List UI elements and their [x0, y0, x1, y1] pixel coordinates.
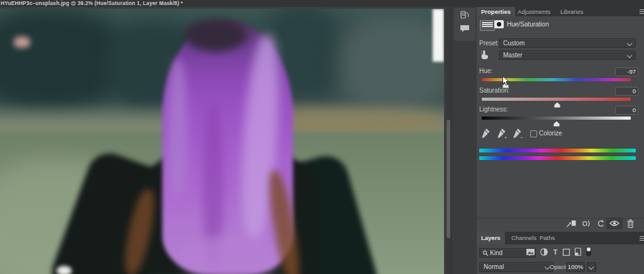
preset-label: Preset:	[479, 40, 499, 47]
canvas-image[interactable]	[0, 9, 444, 274]
delete-adjustment-trash-icon[interactable]	[626, 219, 637, 228]
clip-to-layer-icon[interactable]	[566, 219, 577, 228]
preset-value: Custom	[503, 40, 525, 47]
collapsed-panel-dock	[451, 7, 477, 274]
photo-house-blob	[14, 37, 30, 48]
properties-tab-bar: Properties Adjustments Libraries	[477, 7, 644, 16]
saturation-slider-handle[interactable]	[554, 99, 560, 105]
filter-pixel-layers-icon[interactable]	[526, 248, 536, 257]
channel-value: Master	[503, 52, 523, 59]
hue-spectrum-original	[479, 149, 636, 152]
filter-toggle-switch[interactable]	[586, 248, 591, 256]
filter-smart-objects-icon[interactable]	[574, 248, 584, 257]
panel-menu-icon[interactable]	[640, 236, 644, 241]
photo-hand-blob	[57, 266, 72, 274]
chevron-down-icon	[545, 265, 550, 270]
tab-layers[interactable]: Layers	[477, 232, 505, 244]
reset-adjustment-icon[interactable]	[596, 219, 607, 228]
blend-mode-value: Normal	[484, 263, 504, 270]
chevron-down-icon	[589, 265, 594, 270]
photoshop-window: HYuEHHP3c–unsplash.jpg @ 39.2% (Hue/Satu…	[0, 0, 644, 274]
saturation-label: Saturation:	[479, 87, 509, 94]
opacity-dropdown-button[interactable]	[587, 262, 596, 272]
targeted-adjustment-tool-icon[interactable]	[480, 50, 489, 60]
panel-menu-icon[interactable]	[640, 9, 644, 14]
photo-hair-tips	[180, 236, 280, 274]
saturation-slider[interactable]	[482, 98, 631, 101]
right-panel: Properties Adjustments Libraries Hue/Sat…	[477, 7, 644, 274]
tab-libraries[interactable]: Libraries	[556, 7, 587, 16]
filter-shape-layers-icon[interactable]	[562, 248, 572, 257]
tab-properties[interactable]: Properties	[477, 7, 515, 16]
lightness-label: Lightness:	[479, 106, 508, 113]
history-icon[interactable]	[460, 10, 470, 20]
document-title: HYuEHHP3c–unsplash.jpg @ 39.2% (Hue/Satu…	[1, 0, 183, 7]
channel-dropdown[interactable]: Master	[499, 50, 636, 60]
preset-dropdown[interactable]: Custom	[499, 38, 636, 48]
tab-paths[interactable]: Paths	[535, 232, 559, 244]
hue-label: Hue:	[479, 67, 492, 74]
blend-mode-dropdown[interactable]: Normal	[479, 262, 553, 272]
dock-card	[454, 8, 475, 41]
photo-hair-light-streak	[169, 59, 187, 198]
canvas-scrollbar-thumb[interactable]	[447, 120, 450, 238]
layers-tab-bar: Layers Channels Paths	[477, 232, 644, 244]
mouse-cursor	[502, 76, 509, 86]
filter-type-layers-icon[interactable]: T	[552, 248, 559, 257]
chevron-down-icon	[627, 53, 632, 58]
eyedropper-icon[interactable]	[480, 128, 491, 139]
hue-value-field[interactable]: -97	[615, 67, 638, 76]
photo-forest-light	[340, 15, 444, 116]
colorize-checkbox[interactable]	[530, 130, 537, 137]
eyedropper-minus-icon[interactable]: −	[511, 128, 522, 139]
toggle-visibility-eye-icon[interactable]	[606, 217, 623, 229]
filter-adjustment-layers-icon[interactable]	[540, 248, 550, 257]
colorize-label: Colorize	[539, 130, 562, 137]
lightness-slider[interactable]	[482, 117, 631, 120]
adjustment-title: Hue/Saturation	[507, 20, 549, 28]
photo-bright-edge	[433, 9, 444, 62]
saturation-value-field[interactable]: 0	[615, 87, 638, 96]
hue-saturation-adjustment-icon	[480, 20, 495, 31]
tab-adjustments[interactable]: Adjustments	[513, 7, 555, 16]
opacity-value-field[interactable]: 100%	[566, 262, 585, 272]
photo-hair-dark-roots	[184, 19, 247, 52]
kind-value: Kind	[490, 249, 502, 256]
comments-icon[interactable]	[460, 23, 470, 33]
search-icon	[482, 250, 489, 256]
chevron-down-icon	[627, 41, 632, 46]
lightness-value-field[interactable]: 0	[615, 106, 638, 115]
document-tab-bar: HYuEHHP3c–unsplash.jpg @ 39.2% (Hue/Satu…	[0, 0, 644, 7]
view-previous-state-icon[interactable]	[581, 219, 592, 228]
hue-spectrum-shifted	[479, 156, 636, 160]
layer-mask-icon	[494, 20, 504, 28]
eyedropper-plus-icon[interactable]: +	[496, 128, 506, 139]
lightness-slider-handle[interactable]	[553, 118, 560, 123]
